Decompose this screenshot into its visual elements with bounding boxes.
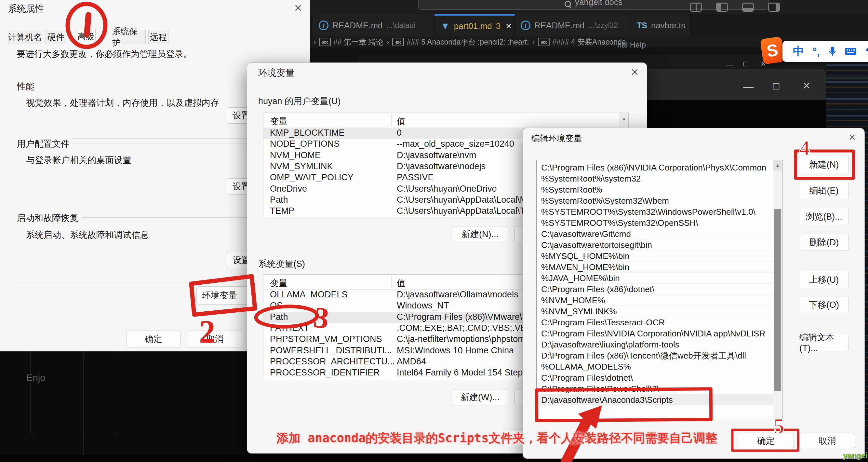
split-editor-icon[interactable] (690, 3, 702, 12)
path-list-item[interactable]: %OLLAMA_MODELS% (537, 361, 773, 372)
sysprops-tab-远程[interactable]: 远程 (148, 30, 168, 44)
editenv-button-6[interactable]: 下移(O) (799, 296, 849, 313)
dialog-title: 系统属性 (8, 3, 44, 15)
command-center-label: yangeit docs (575, 0, 622, 7)
sysprops-tab-计算机名[interactable]: 计算机名 (8, 30, 42, 44)
path-list-item[interactable]: C:\Program Files (x86)\NVIDIA Corporatio… (537, 162, 773, 173)
column-value: 值 (397, 116, 406, 127)
scrollbar[interactable]: ▲ (773, 160, 782, 419)
admin-note: 要进行大多数更改，你必须作为管理员登录。 (17, 48, 192, 60)
path-list-item[interactable]: %MYSQL_HOME%\bin (537, 250, 773, 261)
ok-button[interactable]: 确定 (126, 331, 181, 347)
cancel-button[interactable]: 取消 (188, 331, 242, 347)
tab-close-icon[interactable]: × (506, 21, 512, 32)
path-list-item[interactable]: C:\Program Files\NVIDIA Corporation\NVID… (537, 328, 773, 339)
path-listbox[interactable]: C:\Program Files (x86)\NVIDIA Corporatio… (536, 160, 782, 419)
group-user-profiles-label: 用户配置文件 (14, 138, 72, 150)
user-variables-label: huyan 的用户变量(U) (258, 95, 341, 107)
path-list-item[interactable]: D:\javasoftware\Anaconda3\Scripts (537, 394, 773, 405)
path-list-item[interactable]: C:\Program Files\PowerShell\7\ (537, 383, 773, 394)
group-startup-recovery-desc: 系统启动、系统故障和调试信息 (26, 229, 149, 241)
scrollbar-thumb[interactable] (774, 209, 781, 391)
editenv-button-4[interactable]: 删除(D) (799, 234, 849, 251)
dialog-title: 编辑环境变量 (531, 133, 582, 144)
editor-tab-navbar.ts[interactable]: TSnavbar.ts (631, 14, 689, 36)
path-list-item[interactable]: %SystemRoot% (537, 184, 773, 195)
path-list-item[interactable]: %SYSTEMROOT%\System32\WindowsPowerShell\… (537, 206, 773, 217)
new-system-variable-button[interactable]: 新建(W)... (452, 389, 508, 405)
path-list-item[interactable]: %SystemRoot%\system32 (537, 173, 773, 184)
column-value: 值 (397, 277, 406, 289)
punctuation-icon[interactable]: °, (812, 45, 820, 58)
column-variable: 变量 (270, 116, 287, 127)
path-list-item[interactable]: %NVM_SYMLINK% (537, 306, 773, 317)
sogou-toolbar: 中 °, (782, 41, 868, 62)
path-list-item[interactable]: C:\Program Files (x86)\dotnet\ (537, 284, 773, 295)
sogou-logo-icon[interactable]: S (760, 36, 785, 64)
markdown-symbol-icon: abc (319, 38, 331, 46)
toggle-panel-icon[interactable] (742, 3, 754, 12)
typescript-file-icon: TS (637, 21, 647, 30)
editenv-button-5[interactable]: 上移(U) (799, 271, 849, 288)
environment-variables-button[interactable]: 环境变量 (196, 286, 255, 305)
editenv-button-1[interactable]: 新建(N) (799, 156, 849, 173)
scroll-up-icon[interactable]: ▲ (773, 160, 782, 171)
microphone-icon[interactable] (828, 45, 836, 58)
editenv-button-7[interactable]: 编辑文本(T)... (799, 334, 849, 351)
background-text: Enjo (26, 372, 45, 383)
readme-info-icon: i (521, 21, 530, 30)
path-list-item[interactable]: %NVM_HOME% (537, 295, 773, 306)
breadcrumb-segment[interactable]: ## 第一章 绪论 (333, 37, 383, 47)
chinese-mode-icon[interactable]: 中 (793, 44, 804, 59)
path-list-item[interactable]: %SystemRoot%\System32\Wbem (537, 195, 773, 206)
dialog-title: 环境变量 (258, 67, 294, 79)
skin-shirt-icon[interactable] (865, 46, 868, 57)
path-list-item[interactable]: C:\javasoftware\tortoisegit\bin (537, 240, 773, 250)
breadcrumb-segment[interactable]: #### 4 安装Anaconda (552, 37, 626, 47)
editor-tab-part01.md[interactable]: ▼part01.md3× (434, 14, 515, 36)
scroll-up-icon[interactable]: ▲ (620, 113, 628, 124)
path-list-item[interactable]: %JAVA_HOME%\bin (537, 273, 773, 284)
customize-layout-icon[interactable] (768, 3, 780, 12)
ok-button[interactable]: 确定 (738, 433, 794, 448)
cancel-button[interactable]: 取消 (799, 433, 855, 448)
maximize-icon[interactable]: □ (743, 59, 748, 68)
watermark: yangeit (843, 451, 868, 460)
group-startup-recovery-label: 启动和故障恢复 (14, 212, 81, 224)
close-icon[interactable]: × (631, 65, 639, 79)
close-icon[interactable]: × (849, 131, 856, 144)
editenv-button-2[interactable]: 编辑(E) (799, 182, 849, 199)
background-menu-text: nal Help (617, 40, 646, 50)
path-list-item[interactable]: C:\Program Files\dotnet\ (537, 372, 773, 383)
markdown-symbol-icon: abc (392, 38, 404, 46)
path-list-item[interactable]: C:\javasoftware\Git\cmd (537, 228, 773, 240)
editor-tab-README.md[interactable]: iREADME.md...\dataui (313, 14, 434, 36)
path-list-item[interactable]: %SYSTEMROOT%\System32\OpenSSH\ (537, 217, 773, 228)
group-performance-label: 性能 (14, 81, 37, 92)
editor-tab-README.md[interactable]: iREADME.md...\zzyl32 (515, 14, 631, 36)
toggle-sidebar-icon[interactable] (716, 3, 728, 12)
markdown-symbol-icon: abc (538, 38, 550, 46)
background-panel-outline (30, 351, 118, 435)
editenv-button-3[interactable]: 浏览(B)... (799, 208, 849, 225)
minimize-icon[interactable]: — (726, 60, 734, 69)
edit-environment-variable-dialog: 编辑环境变量 × C:\Program Files (x86)\NVIDIA C… (523, 128, 865, 459)
markdown-file-icon: ▼ (440, 21, 450, 32)
maximize-icon[interactable]: □ (773, 80, 779, 92)
readme-info-icon: i (319, 21, 329, 30)
path-list-item[interactable]: C:\Program Files\Tesseract-OCR (537, 317, 773, 328)
close-icon[interactable]: × (803, 79, 810, 93)
sysprops-tab-高级[interactable]: 高级 (76, 29, 96, 44)
search-icon (565, 1, 571, 7)
path-list-item[interactable]: D:\javasoftware\liuxing\platform-tools (537, 339, 773, 350)
screen: yangeit docs iREADME.md...\dataui▼part01… (0, 0, 868, 462)
breadcrumb-segment[interactable]: ### 5 Anaconda平台 :pencil2: :heart: (406, 37, 529, 47)
path-list-item[interactable]: %MAVEN_HOME%\bin (537, 261, 773, 273)
close-icon[interactable]: × (294, 1, 302, 14)
new-user-variable-button[interactable]: 新建(N)... (452, 226, 508, 242)
sysprops-tab-系统保护[interactable]: 系统保护 (112, 30, 146, 44)
sysprops-tab-硬件[interactable]: 硬件 (45, 30, 66, 44)
minimize-icon[interactable]: — (743, 81, 753, 93)
keyboard-icon[interactable] (845, 46, 856, 57)
path-list-item[interactable]: D:\Program Files (x86)\Tencent\微信web开发者工… (537, 350, 773, 361)
